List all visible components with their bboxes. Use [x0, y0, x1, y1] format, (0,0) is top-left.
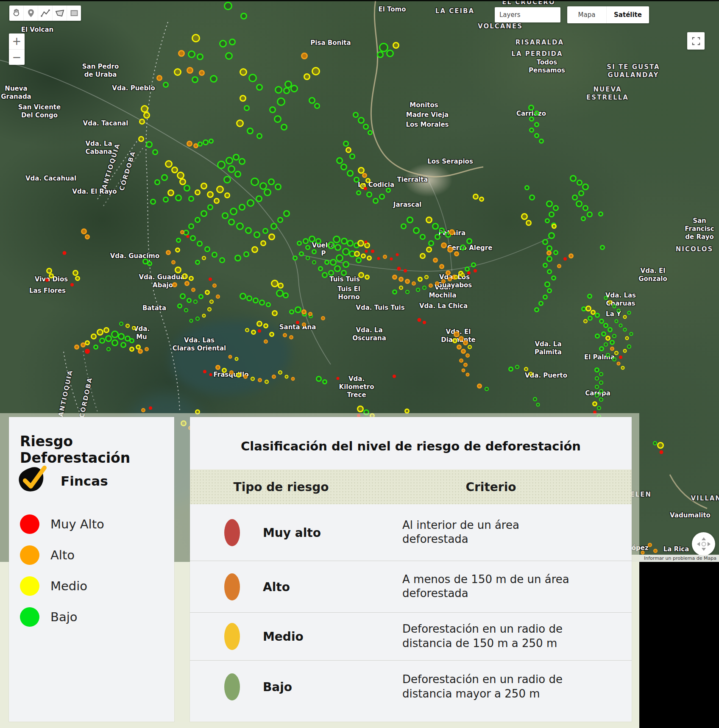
risk-marker-medio[interactable] — [201, 183, 207, 189]
risk-marker-bajo[interactable] — [281, 124, 287, 131]
risk-marker-bajo[interactable] — [587, 294, 592, 299]
risk-marker-bajo[interactable] — [553, 250, 558, 255]
risk-marker-bajo[interactable] — [599, 397, 603, 402]
risk-marker-bajo[interactable] — [534, 307, 539, 312]
risk-marker-alto[interactable] — [463, 363, 468, 367]
risk-marker-bajo[interactable] — [466, 238, 472, 244]
risk-marker-medio[interactable] — [251, 246, 258, 253]
risk-marker-alto[interactable] — [383, 255, 387, 259]
risk-marker-bajo[interactable] — [184, 185, 190, 192]
risk-marker-bajo[interactable] — [233, 154, 240, 161]
risk-marker-bajo[interactable] — [239, 204, 245, 211]
risk-marker-bajo[interactable] — [147, 261, 152, 266]
risk-marker-bajo[interactable] — [118, 333, 125, 340]
risk-marker-medio[interactable] — [75, 276, 80, 281]
risk-marker-bajo[interactable] — [315, 238, 321, 244]
risk-marker-bajo[interactable] — [599, 346, 604, 351]
risk-marker-muy-alto[interactable] — [619, 356, 622, 359]
risk-marker-bajo[interactable] — [198, 294, 203, 299]
risk-marker-bajo[interactable] — [309, 236, 315, 242]
risk-marker-medio[interactable] — [605, 336, 610, 341]
risk-marker-muy-alto[interactable] — [187, 235, 190, 238]
risk-marker-bajo[interactable] — [551, 275, 556, 281]
risk-marker-bajo[interactable] — [533, 397, 537, 401]
risk-marker-bajo[interactable] — [230, 208, 237, 215]
risk-marker-alto[interactable] — [272, 375, 276, 379]
risk-marker-muy-alto[interactable] — [364, 187, 367, 190]
risk-marker-bajo[interactable] — [547, 269, 552, 274]
risk-marker-bajo[interactable] — [188, 196, 194, 202]
risk-marker-bajo[interactable] — [435, 234, 440, 240]
risk-marker-medio[interactable] — [454, 275, 458, 279]
risk-marker-medio[interactable] — [473, 194, 479, 200]
risk-marker-bajo[interactable] — [373, 198, 379, 204]
risk-marker-medio[interactable] — [235, 357, 239, 361]
risk-marker-bajo[interactable] — [290, 85, 298, 92]
risk-marker-bajo[interactable] — [161, 174, 168, 181]
risk-marker-bajo[interactable] — [195, 260, 200, 265]
risk-marker-muy-alto[interactable] — [397, 267, 401, 271]
risk-marker-bajo[interactable] — [336, 254, 343, 262]
risk-marker-bajo[interactable] — [594, 367, 599, 372]
risk-marker-bajo[interactable] — [244, 105, 250, 111]
risk-marker-muy-alto[interactable] — [63, 251, 67, 255]
polygon-icon[interactable] — [53, 6, 67, 21]
risk-marker-bajo[interactable] — [283, 87, 290, 94]
pan-compass-control[interactable] — [692, 532, 715, 556]
risk-marker-bajo[interactable] — [217, 161, 226, 169]
risk-marker-bajo[interactable] — [538, 301, 543, 306]
risk-marker-bajo[interactable] — [353, 112, 359, 118]
risk-marker-bajo[interactable] — [577, 180, 582, 186]
risk-marker-medio[interactable] — [265, 380, 269, 384]
risk-marker-bajo[interactable] — [407, 217, 413, 223]
risk-marker-bajo[interactable] — [599, 381, 603, 385]
risk-marker-bajo[interactable] — [553, 205, 559, 211]
risk-marker-alto[interactable] — [463, 340, 468, 345]
risk-marker-medio[interactable] — [357, 406, 364, 412]
risk-marker-bajo[interactable] — [386, 188, 391, 193]
risk-marker-bajo[interactable] — [471, 262, 476, 267]
risk-marker-medio[interactable] — [393, 42, 399, 49]
risk-marker-bajo[interactable] — [386, 50, 394, 57]
risk-marker-bajo[interactable] — [154, 179, 160, 185]
risk-marker-bajo[interactable] — [617, 309, 621, 313]
risk-marker-medio[interactable] — [207, 307, 212, 311]
risk-marker-bajo[interactable] — [610, 340, 615, 345]
risk-marker-bajo[interactable] — [547, 288, 552, 293]
risk-marker-alto[interactable] — [258, 378, 262, 382]
risk-marker-alto[interactable] — [81, 228, 87, 234]
risk-marker-bajo[interactable] — [163, 82, 169, 88]
risk-marker-bajo[interactable] — [619, 324, 623, 328]
risk-marker-muy-alto[interactable] — [467, 271, 471, 275]
risk-marker-bajo[interactable] — [245, 227, 252, 234]
risk-marker-alto[interactable] — [466, 373, 470, 377]
layers-dropdown[interactable]: Layers — [495, 7, 560, 22]
risk-marker-muy-alto[interactable] — [418, 318, 421, 322]
risk-marker-bajo[interactable] — [309, 97, 315, 104]
risk-marker-alto[interactable] — [184, 281, 190, 286]
risk-marker-muy-alto[interactable] — [377, 257, 380, 260]
risk-marker-bajo[interactable] — [120, 342, 126, 348]
risk-marker-bajo[interactable] — [413, 227, 420, 234]
risk-marker-medio[interactable] — [216, 186, 224, 193]
risk-marker-alto[interactable] — [459, 358, 463, 363]
risk-marker-bajo[interactable] — [366, 192, 372, 197]
risk-marker-medio[interactable] — [418, 277, 423, 282]
risk-marker-bajo[interactable] — [188, 50, 195, 58]
risk-marker-muy-alto[interactable] — [423, 321, 426, 324]
risk-marker-bajo[interactable] — [228, 219, 235, 225]
risk-marker-alto[interactable] — [301, 53, 308, 59]
risk-marker-bajo[interactable] — [322, 272, 328, 278]
risk-marker-bajo[interactable] — [197, 53, 203, 60]
risk-marker-bajo[interactable] — [177, 303, 182, 308]
risk-marker-alto[interactable] — [74, 345, 79, 350]
risk-marker-medio[interactable] — [236, 119, 244, 127]
risk-marker-medio[interactable] — [526, 220, 532, 226]
risk-marker-bajo[interactable] — [259, 300, 265, 306]
risk-marker-muy-alto[interactable] — [365, 250, 368, 253]
risk-marker-muy-alto[interactable] — [70, 283, 74, 286]
risk-marker-alto[interactable] — [439, 264, 444, 269]
risk-marker-bajo[interactable] — [587, 211, 593, 217]
risk-marker-bajo[interactable] — [289, 309, 294, 314]
risk-marker-muy-alto[interactable] — [149, 406, 152, 410]
